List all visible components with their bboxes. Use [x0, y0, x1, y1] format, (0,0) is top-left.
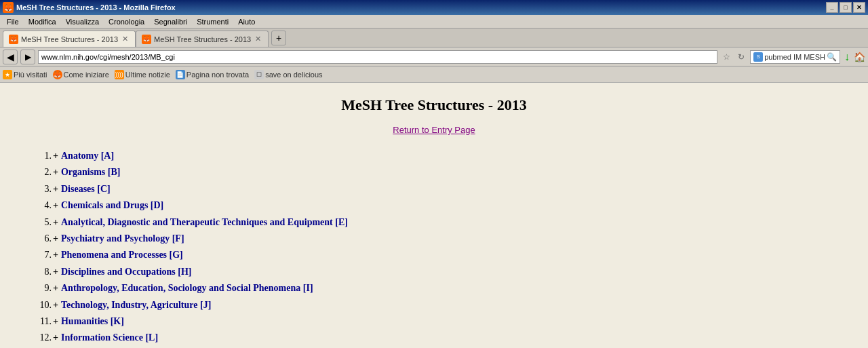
bookmark-pagina-non-trovata[interactable]: 📄 Pagina non trovata [176, 70, 249, 79]
new-tab-button[interactable]: + [271, 31, 286, 45]
item-number: 6. [34, 231, 52, 246]
return-link-container: Return to Entry Page [14, 125, 854, 135]
search-input[interactable]: pubmed IM MESH [764, 53, 825, 61]
list-item: 1.+Anatomy [A] [34, 149, 854, 163]
bookmark-star-icon[interactable]: ☆ [720, 51, 732, 63]
search-go-icon[interactable]: 🔍 [827, 52, 837, 62]
mesh-tree-link[interactable]: Organisms [B] [61, 167, 121, 177]
item-number: 4. [34, 198, 52, 213]
list-item: 5.+Analytical, Diagnostic and Therapeuti… [34, 215, 854, 230]
list-item: 9.+Anthropology, Education, Sociology an… [34, 281, 854, 296]
menu-visualizza[interactable]: Visualizza [62, 16, 103, 27]
tab-1-label: MeSH Tree Structures - 2013 [21, 35, 118, 43]
mesh-tree-link[interactable]: Analytical, Diagnostic and Therapeutic T… [61, 217, 348, 227]
mesh-tree-link[interactable]: Chemicals and Drugs [D] [61, 200, 163, 210]
list-item: 10.+Technology, Industry, Agriculture [J… [34, 298, 854, 313]
list-item: 4.+Chemicals and Drugs [D] [34, 198, 854, 213]
expand-icon[interactable]: + [53, 283, 58, 293]
tab-2-label: MeSH Tree Structures - 2013 [154, 35, 251, 43]
search-engine-icon: S [753, 52, 763, 62]
expand-icon[interactable]: + [53, 200, 58, 210]
tab-2-close[interactable]: ✕ [254, 35, 262, 43]
item-number: 1. [34, 149, 52, 163]
bookmarksbar: ★ Più visitati 🦊 Come iniziare )))) Ulti… [0, 66, 868, 83]
expand-icon[interactable]: + [53, 233, 58, 244]
list-item: 2.+Organisms [B] [34, 165, 854, 180]
item-number: 12. [34, 330, 52, 345]
download-icon[interactable]: ↓ [844, 51, 850, 63]
expand-icon[interactable]: + [53, 217, 58, 227]
search-box: S pubmed IM MESH 🔍 [750, 50, 840, 64]
tab-1-close[interactable]: ✕ [121, 35, 130, 43]
bookmark-ultime-notizie-label: Ultime notizie [125, 71, 170, 79]
mesh-tree-list: 1.+Anatomy [A]2.+Organisms [B]3.+Disease… [34, 149, 854, 348]
bookmark-piu-visitati[interactable]: ★ Più visitati [3, 70, 47, 79]
bookmark-rss-icon: )))) [115, 70, 124, 79]
mesh-tree-link[interactable]: Phenomena and Processes [G] [61, 250, 183, 260]
titlebar-title: MeSH Tree Structures - 2013 - Mozilla Fi… [16, 3, 826, 12]
mesh-tree-link[interactable]: Psychiatry and Psychology [F] [61, 233, 184, 244]
mesh-tree-link[interactable]: Anatomy [A] [61, 151, 114, 161]
expand-icon[interactable]: + [53, 267, 58, 277]
bookmark-delicious-label: save on delicious [265, 71, 322, 79]
back-button[interactable]: ◀ [3, 50, 18, 64]
list-item: 6.+Psychiatry and Psychology [F] [34, 231, 854, 246]
list-item: 12.+Information Science [L] [34, 330, 854, 345]
menu-modifica[interactable]: Modifica [24, 16, 60, 27]
expand-icon[interactable]: + [53, 250, 58, 260]
bookmark-ultime-notizie[interactable]: )))) Ultime notizie [115, 70, 170, 79]
bookmark-come-iniziare[interactable]: 🦊 Come iniziare [53, 70, 109, 79]
reload-button[interactable]: ↻ [735, 51, 747, 63]
item-number: 11. [34, 314, 52, 329]
expand-icon[interactable]: + [53, 167, 58, 177]
menu-aiuto[interactable]: Aiuto [234, 16, 259, 27]
item-number: 8. [34, 265, 52, 279]
menu-strumenti[interactable]: Strumenti [193, 16, 233, 27]
item-number: 3. [34, 182, 52, 197]
expand-icon[interactable]: + [53, 184, 58, 194]
tab-1-icon: 🦊 [9, 35, 18, 44]
menubar: File Modifica Visualizza Cronologia Segn… [0, 15, 868, 28]
titlebar: 🦊 MeSH Tree Structures - 2013 - Mozilla … [0, 0, 868, 15]
return-to-entry-link[interactable]: Return to Entry Page [393, 125, 475, 135]
menu-file[interactable]: File [3, 16, 23, 27]
content-area: MeSH Tree Structures - 2013 Return to En… [0, 83, 868, 348]
address-input[interactable] [38, 50, 717, 64]
expand-icon[interactable]: + [53, 300, 58, 310]
tab-1[interactable]: 🦊 MeSH Tree Structures - 2013 ✕ [3, 31, 136, 47]
list-item: 8.+Disciplines and Occupations [H] [34, 265, 854, 279]
close-button[interactable]: ✕ [853, 2, 865, 13]
mesh-tree-link[interactable]: Anthropology, Education, Sociology and S… [61, 283, 313, 293]
bookmark-delicious[interactable]: ☐ save on delicious [254, 70, 322, 79]
home-button[interactable]: 🏠 [854, 52, 865, 62]
list-item: 11.+Humanities [K] [34, 314, 854, 329]
list-item: 7.+Phenomena and Processes [G] [34, 248, 854, 263]
mesh-tree-link[interactable]: Information Science [L] [61, 332, 158, 343]
mesh-tree-link[interactable]: Diseases [C] [61, 184, 111, 194]
item-number: 7. [34, 248, 52, 263]
bookmark-star-icon: ★ [3, 70, 12, 79]
bookmark-piu-visitati-label: Più visitati [14, 71, 47, 79]
mesh-tree-link[interactable]: Disciplines and Occupations [H] [61, 267, 192, 277]
mesh-tree-link[interactable]: Humanities [K] [61, 316, 124, 326]
expand-icon[interactable]: + [53, 151, 58, 161]
item-number: 10. [34, 298, 52, 313]
tabbar: 🦊 MeSH Tree Structures - 2013 ✕ 🦊 MeSH T… [0, 28, 868, 47]
maximize-button[interactable]: □ [840, 2, 852, 13]
mesh-tree-link[interactable]: Technology, Industry, Agriculture [J] [61, 300, 211, 310]
bookmark-come-iniziare-label: Come iniziare [64, 71, 109, 79]
forward-button[interactable]: ▶ [20, 50, 35, 64]
menu-cronologia[interactable]: Cronologia [104, 16, 149, 27]
item-number: 9. [34, 281, 52, 296]
titlebar-controls: _ □ ✕ [826, 2, 865, 13]
menu-segnalibri[interactable]: Segnalibri [150, 16, 191, 27]
bookmark-fox-icon: 🦊 [53, 70, 62, 79]
addressbar: ◀ ▶ ☆ ↻ S pubmed IM MESH 🔍 ↓ 🏠 [0, 47, 868, 66]
list-item: 3.+Diseases [C] [34, 182, 854, 197]
tab-2[interactable]: 🦊 MeSH Tree Structures - 2013 ✕ [136, 31, 269, 47]
expand-icon[interactable]: + [53, 332, 58, 343]
item-number: 2. [34, 165, 52, 180]
item-number: 5. [34, 215, 52, 230]
expand-icon[interactable]: + [53, 316, 58, 326]
minimize-button[interactable]: _ [826, 2, 838, 13]
